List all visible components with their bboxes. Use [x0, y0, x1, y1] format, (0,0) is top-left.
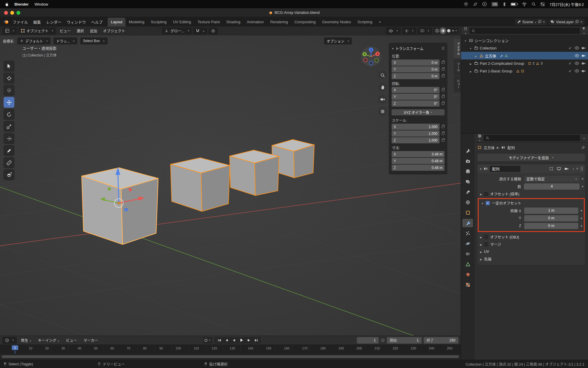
- unlink-scene-icon[interactable]: ×: [543, 20, 545, 24]
- bluetooth-icon[interactable]: [503, 2, 506, 6]
- lock-icon[interactable]: [442, 139, 445, 142]
- dimensions-y-field[interactable]: Y0.48 m: [392, 158, 445, 164]
- edit-mode-display-toggle[interactable]: [548, 166, 554, 171]
- drag-mode-dropdown[interactable]: ドラッ...: [54, 37, 77, 44]
- pan-hand-icon[interactable]: [378, 83, 387, 92]
- animate-dot[interactable]: [581, 210, 582, 211]
- minimize-window-button[interactable]: [10, 11, 14, 15]
- disable-render-camera-icon[interactable]: [582, 69, 586, 73]
- properties-editor-type-button[interactable]: [477, 134, 482, 142]
- relative-offset-checkbox[interactable]: [484, 192, 488, 196]
- battery-icon[interactable]: [511, 3, 517, 6]
- zoom-icon[interactable]: [378, 71, 387, 79]
- expand-arrow-icon[interactable]: [469, 46, 473, 50]
- outliner-row-collection[interactable]: Collection: [461, 44, 588, 52]
- location-z-field[interactable]: Z0 m: [392, 73, 440, 79]
- new-scene-icon[interactable]: [538, 20, 541, 24]
- shading-rendered-button[interactable]: [452, 28, 457, 33]
- workspace-tab-texture-paint[interactable]: Texture Paint: [194, 18, 223, 26]
- outliner-row-cube-active[interactable]: 立方体: [461, 52, 588, 59]
- outliner-search[interactable]: [470, 28, 580, 34]
- section-caps[interactable]: 先端: [477, 255, 585, 263]
- remove-viewlayer-icon[interactable]: ×: [580, 20, 582, 24]
- modifier-extras-dropdown[interactable]: [571, 167, 574, 171]
- workspace-tab-layout[interactable]: Layout: [108, 18, 126, 26]
- location-y-field[interactable]: Y0 m: [392, 66, 440, 72]
- sidebar-tab-tool[interactable]: ツール: [454, 59, 461, 75]
- outliner-row-scene-collection[interactable]: シーンコレクション: [461, 37, 588, 44]
- viewport-menu-view[interactable]: ビュー: [57, 27, 73, 35]
- select-tool-dropdown[interactable]: Select Box: [80, 37, 107, 44]
- auto-keying-record-button[interactable]: [204, 338, 211, 343]
- workspace-tab-animation[interactable]: Animation: [243, 18, 267, 26]
- fit-type-dropdown[interactable]: 定数で指定: [524, 176, 579, 182]
- camera-view-icon[interactable]: [378, 95, 387, 104]
- hide-eye-icon[interactable]: [574, 69, 579, 73]
- tool-add-cube[interactable]: [4, 169, 14, 180]
- maximize-window-button[interactable]: [16, 11, 20, 15]
- tool-move[interactable]: [4, 97, 14, 108]
- rotation-z-field[interactable]: Z0°: [392, 100, 440, 107]
- section-relative-offset[interactable]: オフセット (倍率): [477, 190, 585, 198]
- workspace-tab-shading[interactable]: Shading: [223, 18, 244, 26]
- hide-eye-icon[interactable]: [574, 62, 579, 65]
- render-display-toggle[interactable]: [564, 166, 569, 171]
- section-constant-offset[interactable]: 一定のオフセット: [479, 199, 584, 207]
- shading-wireframe-button[interactable]: [435, 28, 440, 33]
- tool-rotate[interactable]: [4, 109, 14, 120]
- properties-search[interactable]: [484, 135, 580, 141]
- tab-modifiers[interactable]: [462, 219, 473, 227]
- hide-eye-icon[interactable]: [574, 54, 579, 57]
- viewport-menu-add[interactable]: 追加: [87, 27, 99, 35]
- jump-to-end-button[interactable]: [253, 338, 259, 343]
- animate-dot[interactable]: [581, 218, 582, 219]
- section-expand-arrow[interactable]: [480, 235, 482, 239]
- tab-view-layer[interactable]: [462, 178, 473, 186]
- lock-icon[interactable]: [442, 96, 445, 98]
- scale-z-field[interactable]: Z1.000: [392, 137, 440, 143]
- tool-transform[interactable]: [4, 133, 14, 144]
- panel-collapse-arrow[interactable]: [392, 46, 394, 50]
- object-visibility-dropdown[interactable]: [386, 27, 401, 34]
- tab-constraints[interactable]: [462, 250, 473, 258]
- breadcrumb-object[interactable]: 立方体: [484, 145, 495, 150]
- play-reverse-button[interactable]: [231, 338, 237, 343]
- tool-select-circle[interactable]: [4, 85, 14, 96]
- navigation-axis-gizmo[interactable]: Z Y X: [360, 46, 382, 67]
- timeline-editor-type-button[interactable]: [2, 337, 17, 344]
- tab-world[interactable]: [462, 198, 473, 207]
- proportional-editing-toggle[interactable]: [208, 27, 218, 34]
- animate-dot[interactable]: [581, 225, 582, 227]
- frame-end-field[interactable]: 終了250: [424, 337, 458, 344]
- jump-prev-keyframe-button[interactable]: [223, 338, 230, 343]
- sidebar-tab-item[interactable]: アイテム: [454, 39, 461, 58]
- count-field[interactable]: 4: [524, 183, 579, 190]
- timeline-view-menu[interactable]: ビュー: [64, 336, 79, 344]
- dimensions-z-field[interactable]: Z0.48 m: [392, 165, 445, 171]
- collection-checkbox[interactable]: [568, 46, 572, 50]
- wifi-icon[interactable]: [522, 2, 527, 6]
- outliner-editor-type-button[interactable]: [463, 26, 468, 35]
- tab-material[interactable]: [462, 270, 473, 279]
- distance-x-field[interactable]: 1 m: [524, 208, 578, 214]
- playback-menu[interactable]: 再生: [19, 336, 34, 344]
- section-expand-arrow[interactable]: [480, 192, 482, 196]
- close-window-button[interactable]: [4, 11, 8, 15]
- lock-icon[interactable]: [442, 75, 445, 77]
- disable-render-camera-icon[interactable]: [582, 62, 586, 65]
- app-status-icon[interactable]: [464, 2, 468, 6]
- new-viewlayer-icon[interactable]: [575, 20, 579, 24]
- section-uv[interactable]: UV: [477, 248, 585, 255]
- lock-icon[interactable]: [442, 62, 445, 64]
- tab-scene[interactable]: [462, 188, 473, 196]
- control-center-icon[interactable]: [540, 2, 545, 6]
- lock-icon[interactable]: [442, 102, 445, 105]
- lock-icon[interactable]: [442, 126, 445, 128]
- gizmos-dropdown[interactable]: [402, 27, 416, 34]
- leaf-menu-icon[interactable]: [473, 2, 477, 6]
- tab-texture[interactable]: [462, 281, 473, 289]
- expand-arrow-icon[interactable]: [474, 54, 478, 58]
- rotation-mode-dropdown[interactable]: XYZ オイラー角: [392, 109, 445, 115]
- editor-type-button[interactable]: [2, 27, 17, 34]
- lock-icon[interactable]: [442, 68, 445, 71]
